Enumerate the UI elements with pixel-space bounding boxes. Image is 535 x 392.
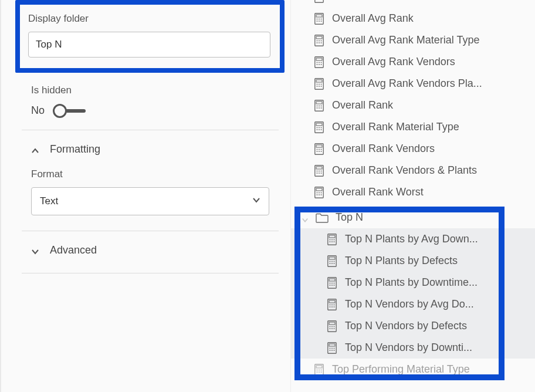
- field-item-label: Top Performing Material Type: [332, 363, 470, 376]
- field-item[interactable]: Downtime Minutes: [291, 0, 535, 8]
- field-item[interactable]: Overall Avg Rank Material Type: [291, 29, 535, 51]
- measure-icon: [314, 35, 324, 46]
- advanced-section-title: Advanced: [50, 244, 97, 256]
- field-item-label: Overall Rank Vendors: [332, 143, 435, 155]
- field-item[interactable]: Overall Rank: [291, 94, 535, 116]
- measure-icon: [327, 342, 337, 354]
- display-folder-highlight: Display folder: [15, 0, 285, 73]
- field-item[interactable]: Overall Avg Rank Vendors: [291, 51, 535, 73]
- field-item-label: Overall Rank Worst: [332, 186, 424, 198]
- is-hidden-toggle[interactable]: [54, 109, 86, 113]
- formatting-section-header[interactable]: Formatting: [22, 130, 279, 168]
- format-label: Format: [31, 168, 269, 180]
- measure-icon: [314, 13, 324, 25]
- format-select[interactable]: Text: [31, 187, 269, 215]
- chevron-down-icon: [31, 246, 39, 255]
- field-item-label: Top N Vendors by Avg Do...: [345, 298, 474, 310]
- chevron-down-icon: [252, 195, 260, 207]
- folder-icon: [316, 212, 329, 223]
- measure-icon: [314, 100, 324, 111]
- measure-icon: [327, 234, 337, 245]
- field-item-label: Overall Avg Rank Material Type: [332, 34, 479, 46]
- measure-icon: [327, 277, 337, 289]
- display-folder-input[interactable]: [28, 32, 270, 58]
- field-item[interactable]: Overall Rank Vendors: [291, 138, 535, 160]
- field-item-label: Overall Avg Rank Vendors: [332, 56, 455, 68]
- field-item[interactable]: Overall Rank Vendors & Plants: [291, 160, 535, 181]
- measure-icon: [314, 143, 324, 155]
- field-item-label: Overall Rank Material Type: [332, 121, 459, 133]
- field-item-label: Top N Plants by Avg Down...: [345, 233, 478, 245]
- display-folder-label: Display folder: [28, 13, 270, 25]
- field-item[interactable]: Top N Vendors by Defects: [291, 315, 535, 337]
- field-item[interactable]: Overall Avg Rank: [291, 8, 535, 29]
- field-item[interactable]: Overall Avg Rank Vendors Pla...: [291, 73, 535, 94]
- fields-list[interactable]: Downtime Minutes Overall Avg RankOverall…: [291, 0, 535, 380]
- formatting-section-title: Formatting: [50, 143, 100, 156]
- field-item-label: Overall Rank Vendors & Plants: [332, 164, 477, 177]
- measure-icon: [314, 56, 324, 68]
- fields-panel: Downtime Minutes Overall Avg RankOverall…: [290, 0, 535, 392]
- field-item-label: Overall Rank: [332, 99, 393, 111]
- measure-icon: [314, 165, 324, 177]
- divider: [22, 273, 279, 273]
- field-item-label: Top N Plants by Defects: [345, 255, 458, 267]
- field-item[interactable]: Top N Plants by Downtime...: [291, 272, 535, 293]
- properties-panel: Display folder Is hidden No Formatting: [0, 0, 290, 392]
- measure-icon: [327, 320, 337, 332]
- measure-icon: [327, 299, 337, 310]
- field-item-label: Top N Vendors by Downti...: [345, 342, 472, 354]
- toggle-knob-icon: [53, 104, 67, 118]
- field-item[interactable]: Overall Rank Material Type: [291, 116, 535, 138]
- field-item[interactable]: Overall Rank Worst: [291, 181, 535, 203]
- field-item-label: Top N Plants by Downtime...: [345, 276, 478, 289]
- folder-label: Top N: [336, 211, 363, 224]
- is-hidden-state-text: No: [31, 104, 45, 117]
- measure-icon: [314, 78, 324, 90]
- measure-icon: [327, 255, 337, 267]
- folder-row[interactable]: Top N: [291, 207, 535, 228]
- field-item[interactable]: Top N Plants by Avg Down...: [291, 228, 535, 250]
- field-item[interactable]: Top Performing Material Type: [291, 359, 535, 380]
- field-item[interactable]: Top N Vendors by Downti...: [291, 337, 535, 359]
- field-item-label: Downtime Minutes: [332, 0, 419, 3]
- field-item-label: Overall Avg Rank Vendors Pla...: [332, 77, 482, 90]
- measure-icon: [314, 364, 324, 376]
- field-item[interactable]: Top N Plants by Defects: [291, 250, 535, 272]
- advanced-section-header[interactable]: Advanced: [22, 231, 279, 273]
- measure-icon: [314, 187, 324, 198]
- field-item[interactable]: Top N Vendors by Avg Do...: [291, 293, 535, 315]
- field-item-label: Top N Vendors by Defects: [345, 320, 467, 332]
- is-hidden-label: Is hidden: [31, 85, 279, 96]
- format-select-value: Text: [40, 195, 58, 207]
- chevron-up-icon: [31, 146, 39, 154]
- chevron-down-icon: [302, 214, 309, 221]
- measure-icon: [314, 121, 324, 133]
- field-item-label: Overall Avg Rank: [332, 12, 414, 25]
- measure-icon: [314, 0, 324, 3]
